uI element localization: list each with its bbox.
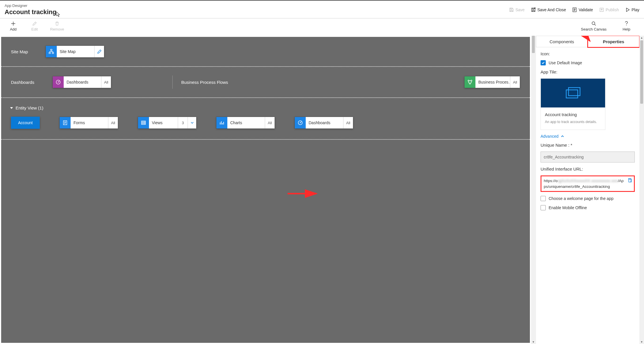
tab-components[interactable]: Components: [536, 36, 588, 47]
titlebar: App Designer Account tracking Save Save …: [0, 0, 644, 18]
svg-rect-19: [569, 88, 580, 96]
app-tile-icon: [564, 86, 582, 100]
bpf-label: Business Process Flows: [181, 80, 457, 85]
divider: [172, 75, 173, 89]
scroll-up-icon[interactable]: ▲: [639, 36, 644, 40]
toolbar: Add Edit Remove Search Canvas Help: [0, 18, 644, 36]
breadcrumb: App Designer: [5, 3, 56, 8]
sitemap-row: Site Map Site Map: [1, 37, 530, 66]
entity-dashboards-badge[interactable]: All: [343, 117, 353, 128]
svg-rect-13: [141, 121, 146, 124]
dashboards-tile[interactable]: Dashboards All: [52, 76, 111, 88]
sitemap-tile[interactable]: Site Map: [46, 46, 104, 58]
save-and-close-button[interactable]: Save And Close: [531, 7, 566, 12]
remove-button: Remove: [50, 21, 64, 35]
mobile-offline-label: Enable Mobile Offline: [549, 205, 587, 210]
svg-point-11: [469, 83, 471, 84]
views-tile[interactable]: Views 3: [138, 117, 197, 129]
play-icon: [625, 7, 630, 12]
unique-name-field[interactable]: [541, 152, 635, 162]
sitemap-icon: [46, 46, 57, 57]
dashboard-icon: [295, 117, 306, 128]
dashboards-badge[interactable]: All: [101, 76, 111, 88]
app-tile-preview: Account tracking An app to track account…: [541, 78, 605, 130]
svg-point-3: [626, 25, 627, 25]
validate-icon: [572, 7, 577, 12]
views-badge[interactable]: 3: [178, 117, 188, 128]
charts-badge[interactable]: All: [265, 117, 275, 128]
publish-button: Publish: [599, 7, 619, 12]
bpf-badge[interactable]: All: [510, 76, 520, 88]
entity-account[interactable]: Account: [11, 117, 40, 129]
icon-label: Icon:: [541, 51, 635, 56]
grid-icon: [138, 117, 149, 128]
save-button: Save: [509, 7, 525, 12]
url-label: Unified Interface URL:: [541, 167, 635, 171]
pencil-icon: [32, 21, 37, 26]
plus-icon: [11, 21, 16, 26]
views-dropdown[interactable]: [188, 117, 196, 128]
entity-view-toggle[interactable]: Entity View (1): [1, 98, 530, 117]
sitemap-label: Site Map: [11, 49, 46, 54]
chevron-down-icon: [10, 106, 13, 110]
svg-point-9: [468, 80, 469, 81]
cursor-icon: [56, 12, 61, 17]
welcome-page-checkbox[interactable]: [541, 196, 546, 201]
entity-dashboards-tile[interactable]: Dashboards All: [294, 117, 353, 129]
search-icon: [591, 21, 596, 26]
validate-button[interactable]: Validate: [572, 7, 593, 12]
svg-rect-18: [566, 90, 578, 98]
svg-point-2: [592, 22, 595, 25]
play-button[interactable]: Play: [625, 7, 639, 12]
properties-panel: Components Properties Icon: Use Default …: [536, 36, 644, 344]
panel-scrollbar[interactable]: ▲ ▼: [639, 36, 644, 344]
advanced-toggle[interactable]: Advanced: [541, 134, 635, 139]
save-close-icon: [531, 7, 536, 12]
chart-icon: [216, 117, 227, 128]
svg-rect-4: [51, 49, 52, 50]
trash-icon: [55, 21, 59, 26]
add-button[interactable]: Add: [7, 21, 19, 35]
mobile-offline-checkbox[interactable]: [541, 205, 546, 210]
page-title: Account tracking: [5, 8, 56, 16]
copy-icon[interactable]: [628, 178, 632, 184]
form-icon: [60, 117, 71, 128]
help-icon: [624, 21, 629, 26]
bpf-tile[interactable]: Business Proces… All: [464, 76, 520, 88]
svg-point-15: [300, 122, 301, 123]
dashboards-label: Dashboards: [11, 80, 46, 85]
scroll-down-icon[interactable]: ▼: [639, 340, 644, 344]
artifacts-row: Dashboards Dashboards All Business Proce…: [1, 67, 530, 97]
save-icon: [509, 7, 514, 12]
svg-point-8: [58, 82, 59, 83]
bpf-icon: [464, 76, 475, 88]
search-canvas-button[interactable]: Search Canvas: [581, 21, 607, 35]
use-default-image-label: Use Default Image: [549, 61, 582, 65]
app-tile-title: Account tracking: [545, 112, 601, 117]
help-button[interactable]: Help: [616, 21, 637, 35]
app-tile-description: An app to track accounts details.: [545, 120, 601, 124]
edit-button: Edit: [29, 21, 40, 35]
chevron-up-icon: [561, 135, 564, 138]
tab-properties[interactable]: Properties: [588, 36, 640, 47]
sitemap-edit-button[interactable]: [94, 46, 104, 57]
use-default-image-checkbox[interactable]: [541, 60, 546, 65]
scroll-down-icon[interactable]: ▼: [531, 340, 536, 344]
publish-icon: [599, 7, 604, 12]
url-field[interactable]: https://orgXxXxXXxxxxXX.xxxxxxxxx.xxx/Ap…: [541, 175, 635, 192]
forms-badge[interactable]: All: [108, 117, 118, 128]
welcome-page-label: Choose a welcome page for the app: [549, 196, 613, 201]
svg-rect-6: [52, 52, 54, 54]
svg-point-10: [471, 80, 472, 81]
dashboard-icon: [53, 76, 64, 88]
forms-tile[interactable]: Forms All: [59, 117, 118, 129]
charts-tile[interactable]: Charts All: [216, 117, 275, 129]
app-tile-label: App Tile:: [541, 69, 635, 74]
unique-name-label: Unique Name : *: [541, 143, 635, 148]
scroll-thumb[interactable]: [640, 40, 643, 104]
svg-rect-5: [49, 52, 50, 54]
designer-canvas[interactable]: Site Map Site Map Dashboards: [1, 37, 530, 343]
scroll-thumb[interactable]: [532, 36, 535, 53]
canvas-scrollbar[interactable]: ▲ ▼: [531, 36, 536, 344]
